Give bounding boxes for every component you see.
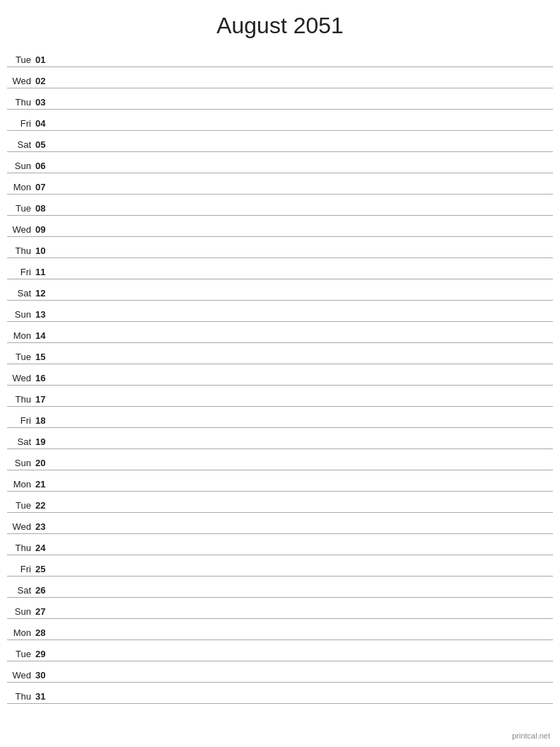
day-name: Mon xyxy=(7,182,35,192)
day-row: Mon28 xyxy=(7,619,553,640)
day-row: Thu24 xyxy=(7,534,553,555)
day-name: Mon xyxy=(7,627,35,638)
day-number: 27 xyxy=(35,606,55,617)
day-row: Wed02 xyxy=(7,67,553,88)
day-number: 18 xyxy=(35,415,55,426)
day-row: Tue22 xyxy=(7,492,553,513)
day-row: Thu31 xyxy=(7,683,553,704)
day-line xyxy=(55,298,553,299)
day-name: Fri xyxy=(7,564,35,574)
day-name: Sat xyxy=(7,139,35,150)
day-name: Mon xyxy=(7,479,35,490)
day-name: Wed xyxy=(7,521,35,532)
day-number: 02 xyxy=(35,76,55,86)
day-row: Mon14 xyxy=(7,322,553,343)
day-number: 08 xyxy=(35,203,55,214)
day-number: 12 xyxy=(35,288,55,299)
day-line xyxy=(55,489,553,490)
day-name: Sun xyxy=(7,309,35,320)
day-line xyxy=(55,86,553,86)
day-number: 28 xyxy=(35,627,55,638)
day-row: Fri04 xyxy=(7,110,553,131)
day-row: Fri11 xyxy=(7,258,553,279)
day-name: Tue xyxy=(7,352,35,362)
day-name: Thu xyxy=(7,394,35,405)
day-number: 14 xyxy=(35,330,55,341)
day-line xyxy=(55,255,553,256)
day-name: Sat xyxy=(7,585,35,596)
day-line xyxy=(55,170,553,171)
day-number: 31 xyxy=(35,691,55,702)
day-row: Fri25 xyxy=(7,555,553,577)
day-number: 24 xyxy=(35,543,55,553)
day-row: Wed09 xyxy=(7,216,553,237)
day-line xyxy=(55,574,553,574)
day-name: Fri xyxy=(7,415,35,426)
day-row: Fri18 xyxy=(7,407,553,428)
day-line xyxy=(55,637,553,638)
day-line xyxy=(55,213,553,214)
day-name: Sat xyxy=(7,288,35,299)
day-name: Thu xyxy=(7,691,35,702)
day-number: 15 xyxy=(35,352,55,362)
day-row: Mon07 xyxy=(7,173,553,195)
page-title: August 2051 xyxy=(0,0,560,46)
day-number: 07 xyxy=(35,182,55,192)
day-number: 17 xyxy=(35,394,55,405)
day-number: 05 xyxy=(35,139,55,150)
day-row: Wed23 xyxy=(7,513,553,534)
day-line xyxy=(55,595,553,596)
day-name: Sun xyxy=(7,606,35,617)
day-line xyxy=(55,531,553,532)
day-line xyxy=(55,510,553,511)
day-line xyxy=(55,659,553,659)
day-line xyxy=(55,468,553,468)
day-row: Thu03 xyxy=(7,88,553,110)
day-line xyxy=(55,425,553,426)
day-number: 13 xyxy=(35,309,55,320)
day-row: Sat12 xyxy=(7,279,553,301)
day-row: Mon21 xyxy=(7,470,553,492)
day-line xyxy=(55,277,553,277)
day-number: 19 xyxy=(35,436,55,447)
day-number: 11 xyxy=(35,267,55,277)
day-number: 16 xyxy=(35,373,55,383)
day-number: 23 xyxy=(35,521,55,532)
day-row: Thu10 xyxy=(7,237,553,258)
day-line xyxy=(55,404,553,405)
day-name: Wed xyxy=(7,373,35,383)
day-number: 25 xyxy=(35,564,55,574)
day-number: 01 xyxy=(35,54,55,65)
day-line xyxy=(55,234,553,235)
day-name: Fri xyxy=(7,118,35,129)
day-line xyxy=(55,446,553,447)
day-line xyxy=(55,64,553,65)
day-name: Tue xyxy=(7,649,35,659)
day-line xyxy=(55,552,553,553)
day-name: Wed xyxy=(7,76,35,86)
day-row: Tue15 xyxy=(7,343,553,364)
day-line xyxy=(55,340,553,341)
day-name: Sun xyxy=(7,161,35,171)
day-line xyxy=(55,107,553,108)
day-name: Sun xyxy=(7,458,35,468)
day-number: 20 xyxy=(35,458,55,468)
day-line xyxy=(55,149,553,150)
day-line xyxy=(55,192,553,192)
day-number: 09 xyxy=(35,224,55,235)
day-line xyxy=(55,128,553,129)
day-row: Wed16 xyxy=(7,364,553,386)
day-name: Thu xyxy=(7,97,35,108)
day-line xyxy=(55,616,553,617)
day-name: Tue xyxy=(7,54,35,65)
day-line xyxy=(55,361,553,362)
day-number: 04 xyxy=(35,118,55,129)
day-number: 26 xyxy=(35,585,55,596)
day-row: Tue08 xyxy=(7,195,553,216)
day-name: Wed xyxy=(7,670,35,681)
day-name: Thu xyxy=(7,245,35,256)
day-row: Thu17 xyxy=(7,386,553,407)
day-number: 30 xyxy=(35,670,55,681)
day-name: Fri xyxy=(7,267,35,277)
day-line xyxy=(55,383,553,383)
